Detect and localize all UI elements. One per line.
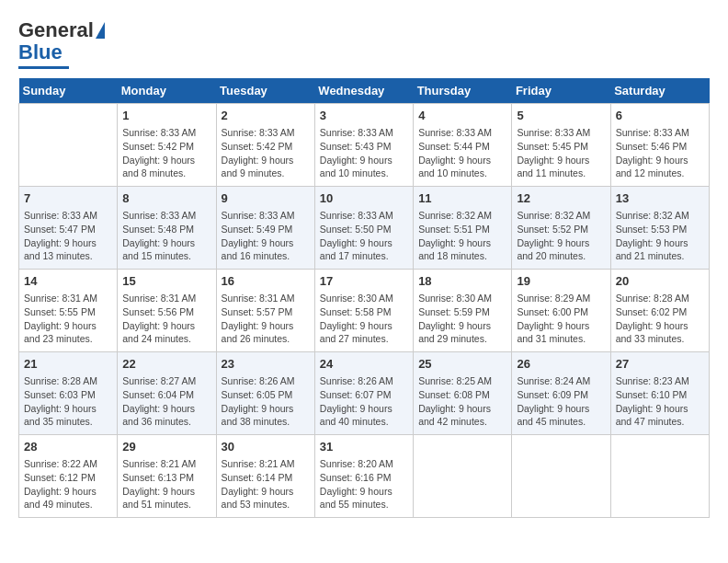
- calendar-week-row: 1Sunrise: 8:33 AM Sunset: 5:42 PM Daylig…: [19, 104, 710, 187]
- logo-text-general: General: [18, 18, 94, 42]
- day-header-saturday: Saturday: [610, 78, 709, 104]
- day-info: Sunrise: 8:25 AM Sunset: 6:08 PM Dayligh…: [418, 374, 506, 429]
- day-info: Sunrise: 8:31 AM Sunset: 5:55 PM Dayligh…: [24, 292, 112, 346]
- day-number: 10: [320, 190, 408, 207]
- day-number: 3: [320, 108, 408, 124]
- logo: General Blue: [18, 18, 105, 69]
- day-info: Sunrise: 8:27 AM Sunset: 6:04 PM Dayligh…: [122, 374, 210, 429]
- day-number: 28: [24, 439, 112, 455]
- day-number: 27: [616, 356, 704, 373]
- calendar-cell: 13Sunrise: 8:32 AM Sunset: 5:53 PM Dayli…: [610, 187, 709, 270]
- calendar-week-row: 28Sunrise: 8:22 AM Sunset: 6:12 PM Dayli…: [19, 435, 710, 518]
- calendar-cell: 27Sunrise: 8:23 AM Sunset: 6:10 PM Dayli…: [610, 352, 709, 435]
- day-info: Sunrise: 8:33 AM Sunset: 5:42 PM Dayligh…: [222, 126, 310, 180]
- day-info: Sunrise: 8:21 AM Sunset: 6:14 PM Dayligh…: [222, 457, 310, 511]
- day-number: 19: [517, 273, 605, 290]
- calendar-cell: 28Sunrise: 8:22 AM Sunset: 6:12 PM Dayli…: [19, 435, 118, 518]
- day-number: 5: [517, 108, 605, 124]
- calendar-cell: [610, 435, 709, 518]
- day-info: Sunrise: 8:26 AM Sunset: 6:07 PM Dayligh…: [320, 374, 408, 429]
- day-number: 12: [517, 190, 605, 207]
- day-info: Sunrise: 8:29 AM Sunset: 6:00 PM Dayligh…: [517, 292, 605, 346]
- day-number: 25: [418, 356, 506, 373]
- day-info: Sunrise: 8:23 AM Sunset: 6:10 PM Dayligh…: [616, 374, 704, 429]
- day-header-thursday: Thursday: [414, 78, 512, 104]
- calendar-cell: 15Sunrise: 8:31 AM Sunset: 5:56 PM Dayli…: [118, 270, 216, 352]
- day-info: Sunrise: 8:33 AM Sunset: 5:42 PM Dayligh…: [122, 126, 210, 180]
- calendar-cell: 9Sunrise: 8:33 AM Sunset: 5:49 PM Daylig…: [216, 187, 314, 270]
- calendar-cell: 26Sunrise: 8:24 AM Sunset: 6:09 PM Dayli…: [512, 352, 610, 435]
- calendar-cell: 24Sunrise: 8:26 AM Sunset: 6:07 PM Dayli…: [314, 352, 413, 435]
- day-header-monday: Monday: [118, 78, 216, 104]
- calendar-week-row: 14Sunrise: 8:31 AM Sunset: 5:55 PM Dayli…: [19, 270, 710, 352]
- calendar-table: SundayMondayTuesdayWednesdayThursdayFrid…: [18, 78, 710, 518]
- calendar-cell: 31Sunrise: 8:20 AM Sunset: 6:16 PM Dayli…: [314, 435, 413, 518]
- calendar-cell: 2Sunrise: 8:33 AM Sunset: 5:42 PM Daylig…: [216, 104, 314, 187]
- calendar-cell: [512, 435, 610, 518]
- calendar-cell: 25Sunrise: 8:25 AM Sunset: 6:08 PM Dayli…: [414, 352, 512, 435]
- calendar-cell: 17Sunrise: 8:30 AM Sunset: 5:58 PM Dayli…: [314, 270, 413, 352]
- day-info: Sunrise: 8:33 AM Sunset: 5:47 PM Dayligh…: [24, 209, 112, 263]
- calendar-cell: 8Sunrise: 8:33 AM Sunset: 5:48 PM Daylig…: [118, 187, 216, 270]
- day-info: Sunrise: 8:24 AM Sunset: 6:09 PM Dayligh…: [517, 374, 605, 429]
- day-number: 9: [222, 190, 310, 207]
- calendar-cell: 3Sunrise: 8:33 AM Sunset: 5:43 PM Daylig…: [314, 104, 413, 187]
- day-number: 13: [616, 190, 704, 207]
- day-number: 21: [24, 356, 112, 373]
- calendar-cell: 29Sunrise: 8:21 AM Sunset: 6:13 PM Dayli…: [118, 435, 216, 518]
- day-info: Sunrise: 8:20 AM Sunset: 6:16 PM Dayligh…: [320, 457, 408, 511]
- day-number: 26: [517, 356, 605, 373]
- day-number: 23: [222, 356, 310, 373]
- day-number: 17: [320, 273, 408, 290]
- day-number: 14: [24, 273, 112, 290]
- calendar-cell: 6Sunrise: 8:33 AM Sunset: 5:46 PM Daylig…: [610, 104, 709, 187]
- day-number: 24: [320, 356, 408, 373]
- logo-underline: [18, 66, 69, 69]
- calendar-week-row: 21Sunrise: 8:28 AM Sunset: 6:03 PM Dayli…: [19, 352, 710, 435]
- day-info: Sunrise: 8:33 AM Sunset: 5:48 PM Dayligh…: [122, 209, 210, 263]
- day-number: 31: [320, 439, 408, 455]
- calendar-cell: 12Sunrise: 8:32 AM Sunset: 5:52 PM Dayli…: [512, 187, 610, 270]
- calendar-cell: 11Sunrise: 8:32 AM Sunset: 5:51 PM Dayli…: [414, 187, 512, 270]
- page-header: General Blue: [18, 18, 710, 69]
- day-number: 29: [122, 439, 210, 455]
- calendar-cell: 22Sunrise: 8:27 AM Sunset: 6:04 PM Dayli…: [118, 352, 216, 435]
- calendar-cell: 4Sunrise: 8:33 AM Sunset: 5:44 PM Daylig…: [414, 104, 512, 187]
- day-number: 6: [616, 108, 704, 124]
- day-info: Sunrise: 8:28 AM Sunset: 6:03 PM Dayligh…: [24, 374, 112, 429]
- calendar-cell: 20Sunrise: 8:28 AM Sunset: 6:02 PM Dayli…: [610, 270, 709, 352]
- calendar-header-row: SundayMondayTuesdayWednesdayThursdayFrid…: [19, 78, 710, 104]
- day-info: Sunrise: 8:33 AM Sunset: 5:49 PM Dayligh…: [222, 209, 310, 263]
- day-info: Sunrise: 8:30 AM Sunset: 5:59 PM Dayligh…: [418, 292, 506, 346]
- day-number: 8: [122, 190, 210, 207]
- calendar-cell: [414, 435, 512, 518]
- logo-triangle-icon: [96, 22, 105, 39]
- day-info: Sunrise: 8:31 AM Sunset: 5:57 PM Dayligh…: [222, 292, 310, 346]
- day-number: 18: [418, 273, 506, 290]
- day-header-sunday: Sunday: [19, 78, 118, 104]
- day-number: 30: [222, 439, 310, 455]
- day-header-wednesday: Wednesday: [314, 78, 413, 104]
- day-number: 4: [418, 108, 506, 124]
- day-number: 2: [222, 108, 310, 124]
- day-info: Sunrise: 8:32 AM Sunset: 5:52 PM Dayligh…: [517, 209, 605, 263]
- calendar-cell: [19, 104, 118, 187]
- calendar-cell: 19Sunrise: 8:29 AM Sunset: 6:00 PM Dayli…: [512, 270, 610, 352]
- day-header-tuesday: Tuesday: [216, 78, 314, 104]
- calendar-cell: 10Sunrise: 8:33 AM Sunset: 5:50 PM Dayli…: [314, 187, 413, 270]
- calendar-cell: 23Sunrise: 8:26 AM Sunset: 6:05 PM Dayli…: [216, 352, 314, 435]
- day-number: 20: [616, 273, 704, 290]
- day-number: 11: [418, 190, 506, 207]
- day-info: Sunrise: 8:33 AM Sunset: 5:50 PM Dayligh…: [320, 209, 408, 263]
- day-info: Sunrise: 8:31 AM Sunset: 5:56 PM Dayligh…: [122, 292, 210, 346]
- calendar-cell: 7Sunrise: 8:33 AM Sunset: 5:47 PM Daylig…: [19, 187, 118, 270]
- day-number: 15: [122, 273, 210, 290]
- logo-text-blue: Blue: [18, 40, 63, 64]
- day-info: Sunrise: 8:33 AM Sunset: 5:45 PM Dayligh…: [517, 126, 605, 180]
- day-number: 16: [222, 273, 310, 290]
- day-info: Sunrise: 8:30 AM Sunset: 5:58 PM Dayligh…: [320, 292, 408, 346]
- day-number: 22: [122, 356, 210, 373]
- day-info: Sunrise: 8:22 AM Sunset: 6:12 PM Dayligh…: [24, 457, 112, 511]
- calendar-cell: 21Sunrise: 8:28 AM Sunset: 6:03 PM Dayli…: [19, 352, 118, 435]
- day-info: Sunrise: 8:32 AM Sunset: 5:51 PM Dayligh…: [418, 209, 506, 263]
